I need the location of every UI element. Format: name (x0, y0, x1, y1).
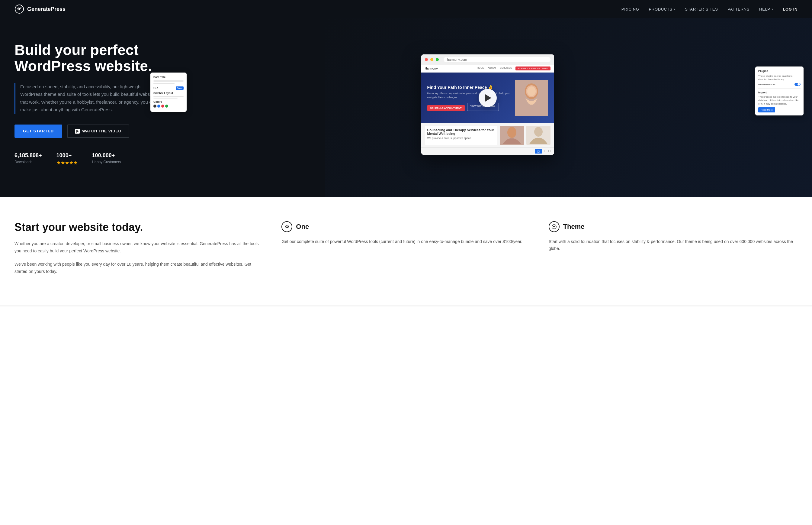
browser-close-dot (425, 58, 428, 61)
admin-panel-title: Plugins (758, 70, 800, 73)
mockup-cta-primary: SCHEDULE APPOINTMENT (427, 105, 465, 111)
features-text-1: Whether you are a creator, developer, or… (15, 240, 263, 255)
mockup-card-3 (526, 126, 550, 145)
svg-point-11 (553, 226, 555, 227)
one-icon: ① (281, 221, 292, 232)
stat-customers: 100,000+ Happy Customers (92, 152, 121, 167)
mockup-card-2 (500, 126, 524, 145)
hero-description: Focused on speed, stability, and accessi… (15, 83, 159, 114)
hero-stats: 6,185,898+ Downloads 1000+ ★★★★★ 100,000… (15, 152, 159, 167)
gp-theme-icon (549, 221, 560, 232)
features-section: Start your website today. Whether you ar… (0, 197, 812, 305)
features-grid: Start your website today. Whether you ar… (15, 221, 797, 281)
logo-icon (15, 4, 24, 14)
mockup-bottom-title: Counseling and Therapy Services for Your… (427, 128, 495, 135)
hero-buttons: GET STARTED WATCH THE VIDEO (15, 124, 159, 138)
feature-theme-title: Theme (563, 223, 584, 230)
play-button[interactable] (479, 89, 497, 107)
feature-card-theme: Theme Start with a solid foundation that… (549, 221, 797, 253)
feature-one-icon-row: ① One (281, 221, 530, 232)
nav-patterns[interactable]: PATTERNS (728, 7, 749, 12)
mockup-site-title: Find Your Path to Inner Peace ✌️ (427, 85, 511, 90)
brand-name: GeneratePress (27, 6, 65, 12)
svg-point-7 (507, 127, 516, 138)
features-text: Start your website today. Whether you ar… (15, 221, 263, 281)
navbar: GeneratePress PRICING PRODUCTS ▾ STARTER… (0, 0, 812, 18)
mockup-site-subtitle: Harmony offers compassionate, personaliz… (427, 92, 511, 100)
nav-pricing[interactable]: PRICING (622, 7, 639, 12)
video-icon (75, 129, 80, 134)
mockup-brand: Harmony (425, 67, 438, 70)
mockup-nav: HOME ABOUT SERVICES SCHEDULE APPOINTMENT (477, 66, 550, 71)
feature-card-one: ① One Get our complete suite of powerful… (281, 221, 530, 245)
mockup-card-1: Counseling and Therapy Services for Your… (425, 126, 497, 145)
nav-links: PRICING PRODUCTS ▾ STARTER SITES PATTERN… (622, 7, 797, 12)
features-title: Start your website today. (15, 221, 263, 233)
nav-login[interactable]: LOG IN (783, 7, 797, 12)
browser-mockup: harmony.com Harmony HOME ABOUT SERVICES … (421, 55, 554, 155)
mockup-bottom-bar: ◻ ◻ ◻ (421, 148, 554, 155)
nav-starter-sites[interactable]: STARTER SITES (685, 7, 718, 12)
svg-point-9 (534, 127, 543, 137)
svg-point-1 (18, 8, 20, 10)
stat-rating: 1000+ ★★★★★ (57, 152, 78, 167)
browser-min-dot (430, 58, 433, 61)
hero-section: Build your perfect WordPress website. Fo… (0, 18, 812, 197)
browser-chrome: harmony.com (421, 55, 554, 65)
mockup-bottom-text: We provide a safe, supportive space... (427, 137, 495, 140)
nav-help[interactable]: HELP ▾ (759, 7, 773, 12)
help-chevron-icon: ▾ (771, 7, 774, 11)
svg-point-5 (527, 87, 536, 96)
browser-max-dot (436, 58, 439, 61)
downloads-label: Downloads (15, 160, 42, 164)
features-text-2: We've been working with people like you … (15, 261, 263, 275)
nav-products[interactable]: PRODUCTS ▾ (649, 7, 675, 12)
browser-url-bar: harmony.com (443, 57, 550, 62)
rating-number: 1000+ (57, 152, 78, 159)
stat-downloads: 6,185,898+ Downloads (15, 152, 42, 167)
get-started-button[interactable]: GET STARTED (15, 124, 62, 138)
mockup-hero-text: Find Your Path to Inner Peace ✌️ Harmony… (427, 85, 511, 111)
feature-theme-text: Start with a solid foundation that focus… (549, 238, 797, 253)
mockup-bottom-cards: Counseling and Therapy Services for Your… (421, 123, 554, 148)
feature-one-title: One (296, 223, 309, 230)
hero-title: Build your perfect WordPress website. (15, 42, 159, 74)
products-chevron-icon: ▾ (674, 7, 675, 11)
bottom-stripe (0, 305, 812, 306)
editor-panel-mockup: Post Title H1 ▾ Save Sidebar Layout Colo… (151, 73, 187, 112)
feature-theme-icon-row: Theme (549, 221, 797, 232)
mockup-hero: Find Your Path to Inner Peace ✌️ Harmony… (421, 73, 554, 123)
admin-panel-mockup: Plugins These plugins can be enabled or … (755, 66, 803, 116)
hero-content: Build your perfect WordPress website. Fo… (15, 42, 159, 167)
watch-video-button[interactable]: WATCH THE VIDEO (67, 124, 129, 138)
star-rating: ★★★★★ (57, 160, 78, 166)
brand-logo[interactable]: GeneratePress (15, 4, 65, 14)
customers-number: 100,000+ (92, 152, 121, 159)
mockup-navbar: Harmony HOME ABOUT SERVICES SCHEDULE APP… (421, 65, 554, 73)
downloads-number: 6,185,898+ (15, 152, 42, 159)
customers-label: Happy Customers (92, 160, 121, 164)
play-icon (485, 94, 491, 102)
hero-visual: harmony.com Harmony HOME ABOUT SERVICES … (177, 55, 797, 155)
mockup-person-image (515, 80, 548, 116)
feature-one-text: Get our complete suite of powerful WordP… (281, 238, 530, 245)
browser-content: Find Your Path to Inner Peace ✌️ Harmony… (421, 73, 554, 155)
